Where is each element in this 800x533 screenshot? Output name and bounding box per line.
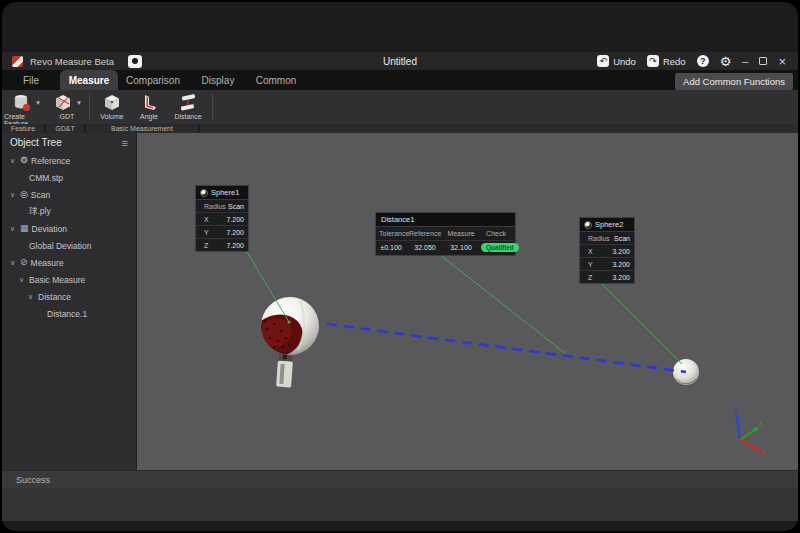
application-window: Revo Measure Beta Untitled ↶ Undo ↷ Redo… (2, 2, 798, 531)
row-axis: X (580, 244, 604, 257)
tree-item[interactable]: ∨▦Deviation (2, 220, 136, 237)
tree-item[interactable]: ∨⊘Measure (2, 254, 136, 271)
tool-label: Angle (140, 113, 158, 120)
panel-title: Distance1 (381, 215, 414, 224)
measure-point (287, 320, 290, 323)
group-basic-measurement: Basic Measurement (86, 124, 198, 133)
tree-item[interactable]: Global Deviation (2, 237, 136, 254)
tab-display[interactable]: Display (191, 70, 245, 90)
tree-item[interactable]: ∨Basic Measure (2, 271, 136, 288)
chevron-down-icon[interactable]: ∨ (8, 259, 17, 267)
volume-icon (101, 93, 123, 113)
chevron-down-icon[interactable]: ▾ (36, 99, 40, 107)
create-feature-button[interactable]: ▾ Create Feature (4, 92, 48, 127)
chevron-down-icon[interactable]: ∨ (8, 157, 17, 165)
row-axis: Z (580, 270, 604, 283)
close-button[interactable]: × (778, 55, 786, 68)
toolbar-divider (89, 94, 90, 120)
add-common-functions-button[interactable]: Add Common Functions (675, 73, 793, 90)
gdt-icon (53, 93, 75, 113)
tab-measure[interactable]: Measure (60, 70, 118, 90)
settings-gear-icon[interactable]: ⚙ (720, 55, 732, 68)
column-header: Radius (580, 232, 604, 244)
redo-button[interactable]: ↷ Redo (647, 55, 686, 67)
tree-item-label: Reference (31, 156, 70, 166)
column-header: Reference (406, 227, 444, 240)
sphere1-object[interactable] (246, 297, 319, 364)
tree-item-label: CMM.stp (29, 173, 63, 183)
row-axis: Y (580, 257, 604, 270)
angle-icon (138, 93, 160, 113)
row-axis: X (196, 212, 219, 225)
chevron-down-icon[interactable]: ∨ (8, 191, 17, 199)
column-header: Radius (196, 200, 219, 212)
tree-options-icon[interactable]: ≡ (122, 137, 128, 149)
restore-button[interactable] (759, 57, 767, 65)
chevron-down-icon[interactable]: ▾ (77, 99, 81, 107)
row-value: 7.200 (219, 238, 248, 251)
group-gdt: GD&T (46, 124, 84, 133)
create-feature-icon (12, 93, 34, 113)
tree-item[interactable]: ∨◎Scan (2, 186, 136, 203)
row-value: 3.200 (604, 270, 634, 283)
tree-item[interactable]: CMM.stp (2, 169, 136, 186)
capture-button[interactable] (128, 55, 142, 68)
distance1-annotation-panel[interactable]: Distance1 Tolerance Reference Measure Ch… (375, 212, 516, 256)
tree-item[interactable]: ∨Distance (2, 288, 136, 305)
status-text: Success (16, 475, 50, 485)
group-feature: Feature (2, 124, 44, 133)
tool-label: Volume (100, 113, 123, 120)
sphere2-annotation-panel[interactable]: Sphere2 Radius Scan X 3.200 Y 3.200 Z 3.… (579, 217, 635, 284)
tolerance-value: ±0.100 (376, 240, 406, 255)
3d-viewport[interactable]: Z Y X Sphere1 Radius Scan X 7.200 Y 7.2 (137, 133, 798, 470)
tree-item[interactable]: Distance.1 (2, 305, 136, 322)
gdt-button[interactable]: ▾ GDT (48, 92, 86, 120)
tree-item-label: Measure (31, 258, 64, 268)
sphere1-annotation-panel[interactable]: Sphere1 Radius Scan X 7.200 Y 7.200 Z 7.… (195, 185, 249, 252)
tree-item-label: Deviation (32, 224, 67, 234)
axis-z-label: Z (733, 406, 737, 413)
column-header: Tolerance (376, 227, 406, 240)
column-header: Check (478, 227, 514, 240)
distance-button[interactable]: Distance (167, 92, 209, 120)
help-button[interactable]: ? (697, 55, 709, 67)
measure-icon: ⊘ (20, 258, 28, 267)
camera-icon (132, 58, 138, 64)
tab-comparison[interactable]: Comparison (121, 70, 185, 90)
tree-item-label: Distance.1 (47, 309, 87, 319)
sphere-icon (584, 221, 592, 229)
tab-file[interactable]: File (2, 70, 60, 90)
reference-icon: ⚙ (20, 156, 28, 165)
minimize-button[interactable]: – (742, 56, 748, 67)
column-header: Scan (604, 232, 634, 244)
tab-common[interactable]: Common (249, 70, 303, 90)
panel-title: Sphere1 (211, 188, 239, 197)
tool-label: GDT (60, 113, 75, 120)
row-axis: Z (196, 238, 219, 251)
tree-item[interactable]: 球.ply (2, 203, 136, 220)
column-header: Scan (219, 200, 248, 212)
tool-label: Distance (174, 113, 201, 120)
volume-button[interactable]: Volume (93, 92, 131, 120)
undo-button[interactable]: ↶ Undo (597, 55, 636, 67)
tree-item-label: Global Deviation (29, 241, 91, 251)
tree-item-label: Basic Measure (29, 275, 85, 285)
chevron-down-icon[interactable]: ∨ (8, 225, 17, 233)
toolbar-group-row: Feature GD&T Basic Measurement (2, 124, 798, 133)
angle-button[interactable]: Angle (131, 92, 167, 120)
tree-item-label: 球.ply (29, 206, 51, 218)
undo-label: Undo (613, 56, 636, 67)
sphere-icon (200, 189, 208, 197)
tree-item[interactable]: ∨⚙Reference (2, 152, 136, 169)
3d-scene: Z Y X (137, 133, 798, 470)
redo-label: Redo (663, 56, 686, 67)
title-bar: Revo Measure Beta Untitled ↶ Undo ↷ Redo… (2, 52, 798, 70)
measure-value: 32.100 (444, 240, 478, 255)
reference-value: 32.050 (406, 240, 444, 255)
object-tree-panel: Object Tree ≡ ∨⚙ReferenceCMM.stp∨◎Scan球.… (2, 133, 137, 470)
scan-icon: ◎ (20, 190, 28, 199)
chevron-down-icon[interactable]: ∨ (17, 276, 26, 284)
chevron-down-icon[interactable]: ∨ (26, 293, 35, 301)
row-value: 7.200 (219, 212, 248, 225)
row-value: 7.200 (219, 225, 248, 238)
